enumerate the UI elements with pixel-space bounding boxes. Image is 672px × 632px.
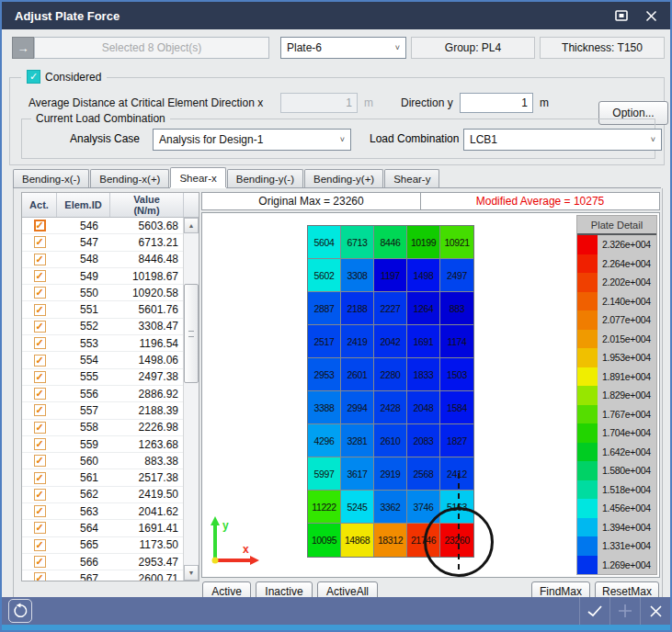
close-x-icon: [649, 604, 663, 618]
tab-bending-y[interactable]: Bending-y(-): [227, 169, 303, 187]
apply-selection-button[interactable]: →: [12, 37, 34, 59]
row-checkbox[interactable]: ✓: [34, 455, 46, 467]
tab-bending-x[interactable]: Bending-x(-): [13, 169, 89, 187]
heatmap-cell[interactable]: 1827: [440, 424, 473, 457]
considered-checkbox[interactable]: ✓: [27, 70, 40, 84]
row-checkbox[interactable]: ✓: [34, 505, 46, 517]
table-row: ✓5476713.21: [22, 234, 184, 251]
heatmap-cell[interactable]: 1584: [440, 391, 473, 424]
heatmap-cell[interactable]: 1197: [374, 259, 407, 292]
heatmap-cell[interactable]: 3362: [374, 491, 407, 524]
row-checkbox[interactable]: ✓: [34, 371, 46, 383]
tab-bending-y[interactable]: Bending-y(+): [304, 169, 383, 187]
confirm-button[interactable]: [579, 597, 609, 625]
row-checkbox[interactable]: ✓: [34, 556, 46, 568]
undo-button[interactable]: [8, 599, 32, 623]
heatmap-cell[interactable]: 3281: [341, 424, 374, 457]
heatmap-cell[interactable]: 2887: [308, 292, 341, 325]
tab-shear-x[interactable]: Shear-x: [170, 167, 225, 187]
heatmap-cell[interactable]: 1264: [407, 292, 440, 325]
tab-shear-y[interactable]: Shear-y: [384, 169, 439, 187]
heatmap-cell[interactable]: 2428: [374, 391, 407, 424]
close-icon[interactable]: [643, 7, 659, 24]
legend-label: 2.264e+004: [598, 254, 656, 274]
row-checkbox[interactable]: ✓: [34, 355, 46, 367]
row-checkbox[interactable]: ✓: [34, 422, 46, 434]
scrollbar-thumb[interactable]: [184, 284, 199, 383]
row-checkbox[interactable]: ✓: [34, 220, 46, 231]
legend-label: 2.077e+004: [598, 310, 656, 330]
heatmap-cell[interactable]: 5245: [341, 491, 374, 524]
heatmap-cell[interactable]: 8446: [374, 226, 407, 259]
heatmap-cell[interactable]: 18312: [374, 524, 407, 557]
dock-icon[interactable]: [613, 7, 630, 24]
heatmap-cell[interactable]: 2919: [374, 457, 407, 491]
row-checkbox[interactable]: ✓: [34, 522, 46, 534]
add-button[interactable]: [609, 597, 640, 625]
heatmap-cell[interactable]: 3308: [341, 259, 374, 292]
tab-bending-x[interactable]: Bending-x(+): [90, 169, 169, 187]
heatmap-cell[interactable]: 6713: [341, 226, 374, 259]
heatmap-cell[interactable]: 2497: [440, 259, 473, 292]
footer-bar: [2, 597, 670, 625]
heatmap-cell[interactable]: 2412: [440, 457, 473, 491]
plate-selector[interactable]: Plate-6 ˅: [280, 37, 406, 59]
legend-entry: 1.331e+004: [577, 536, 656, 556]
scroll-down-icon[interactable]: ▼: [184, 565, 199, 581]
row-checkbox[interactable]: ✓: [34, 539, 46, 551]
row-checkbox[interactable]: ✓: [34, 236, 46, 248]
heatmap-cell[interactable]: 2419: [341, 325, 374, 358]
svg-text:y: y: [222, 519, 229, 532]
heatmap-cell[interactable]: 2188: [341, 292, 374, 325]
heatmap-cell[interactable]: 1503: [440, 358, 473, 391]
heatmap-cell[interactable]: 2568: [407, 457, 440, 491]
row-checkbox[interactable]: ✓: [34, 304, 46, 316]
heatmap-cell[interactable]: 2227: [374, 292, 407, 325]
legend-entry: 1.394e+004: [577, 518, 656, 537]
heatmap-cell[interactable]: 883: [440, 292, 473, 325]
heatmap-cell[interactable]: 1833: [407, 358, 440, 391]
table-row: ✓560883.38: [22, 453, 184, 469]
row-checkbox[interactable]: ✓: [34, 388, 46, 400]
heatmap-cell[interactable]: 2994: [341, 391, 374, 424]
heatmap-cell[interactable]: 2280: [374, 358, 407, 391]
heatmap-cell[interactable]: 2517: [308, 325, 341, 358]
row-checkbox[interactable]: ✓: [34, 472, 46, 484]
heatmap-cell[interactable]: 14868: [341, 524, 374, 557]
load-combination-select[interactable]: LCB1 ˅: [463, 129, 662, 151]
row-checkbox[interactable]: ✓: [34, 321, 46, 333]
row-checkbox[interactable]: ✓: [34, 270, 46, 282]
heatmap-cell[interactable]: 5997: [308, 457, 341, 491]
heatmap-cell[interactable]: 11222: [308, 491, 341, 524]
heatmap-cell[interactable]: 1691: [407, 325, 440, 358]
heatmap-cell[interactable]: 2042: [374, 325, 407, 358]
heatmap-cell[interactable]: 5602: [308, 259, 341, 292]
heatmap-cell[interactable]: 5604: [308, 226, 341, 259]
heatmap-cell[interactable]: 2953: [308, 358, 341, 391]
scroll-up-icon[interactable]: ▲: [184, 218, 199, 233]
heatmap-cell[interactable]: 2048: [407, 391, 440, 424]
heatmap-cell[interactable]: 10199: [407, 226, 440, 259]
row-checkbox[interactable]: ✓: [34, 254, 46, 265]
heatmap-cell[interactable]: 2610: [374, 424, 407, 457]
row-checkbox[interactable]: ✓: [34, 404, 46, 416]
heatmap-cell[interactable]: 1174: [440, 325, 473, 358]
cancel-button[interactable]: [640, 597, 670, 625]
heatmap-cell[interactable]: 1498: [407, 259, 440, 292]
heatmap-cell[interactable]: 3388: [308, 391, 341, 424]
heatmap-cell[interactable]: 10921: [440, 226, 473, 259]
row-checkbox[interactable]: ✓: [34, 489, 46, 501]
heatmap-cell[interactable]: 4296: [308, 424, 341, 457]
heatmap-cell[interactable]: 2083: [407, 424, 440, 457]
row-checkbox[interactable]: ✓: [34, 572, 46, 581]
direction-x-input[interactable]: [280, 93, 358, 113]
direction-y-input[interactable]: [460, 93, 533, 113]
row-checkbox[interactable]: ✓: [34, 438, 46, 450]
row-checkbox[interactable]: ✓: [34, 337, 46, 349]
heatmap-cell[interactable]: 3617: [341, 457, 374, 491]
heatmap-cell[interactable]: 2601: [341, 358, 374, 391]
table-scrollbar[interactable]: ▲ ▼: [183, 218, 199, 581]
analysis-case-select[interactable]: Analysis for Design-1 ˅: [153, 129, 351, 151]
heatmap-cell[interactable]: 10095: [308, 524, 341, 557]
row-checkbox[interactable]: ✓: [34, 287, 46, 299]
